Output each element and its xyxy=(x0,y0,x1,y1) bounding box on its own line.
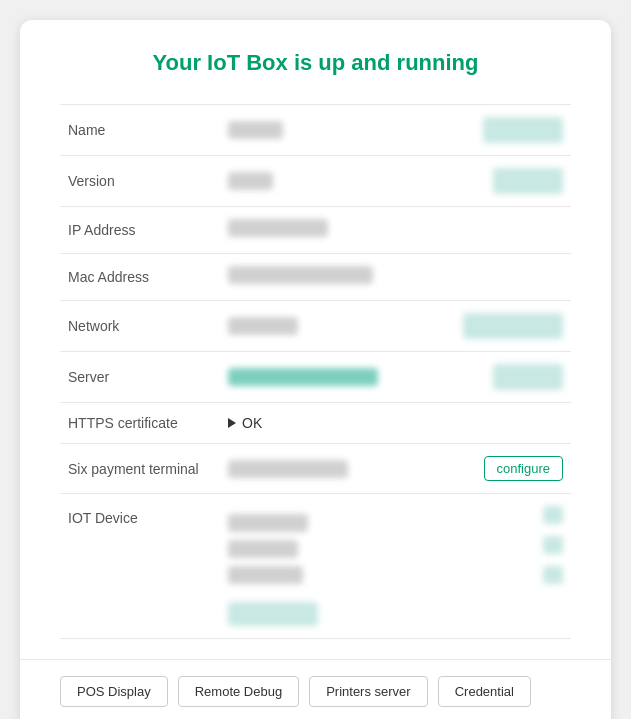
https-status: OK xyxy=(242,415,262,431)
mac-row: Mac Address xyxy=(60,254,571,301)
iot-icon-2 xyxy=(543,536,563,554)
server-value-blur xyxy=(228,368,378,386)
iot-value-cell xyxy=(220,494,571,639)
version-action-blur xyxy=(493,168,563,194)
iot-device-list xyxy=(228,506,318,626)
six-value-cell: configure xyxy=(220,444,571,494)
version-label: Version xyxy=(60,156,220,207)
configure-button[interactable]: configure xyxy=(484,456,563,481)
card-body: Your IoT Box is up and running Name Vers… xyxy=(20,20,611,659)
pos-display-button[interactable]: POS Display xyxy=(60,676,168,707)
https-row: HTTPS certificate OK xyxy=(60,403,571,444)
version-value-blur xyxy=(228,172,273,190)
iot-icons-column xyxy=(543,506,563,584)
network-value-cell xyxy=(220,301,571,352)
ip-value-cell xyxy=(220,207,571,254)
name-row: Name xyxy=(60,105,571,156)
iot-device-3 xyxy=(228,566,303,584)
network-label: Network xyxy=(60,301,220,352)
mac-label: Mac Address xyxy=(60,254,220,301)
printers-server-button[interactable]: Printers server xyxy=(309,676,428,707)
server-action-blur xyxy=(493,364,563,390)
ip-row: IP Address xyxy=(60,207,571,254)
name-action-blur xyxy=(483,117,563,143)
six-label: Six payment terminal xyxy=(60,444,220,494)
server-value-cell xyxy=(220,352,571,403)
server-row: Server xyxy=(60,352,571,403)
iot-device-row: IOT Device xyxy=(60,494,571,639)
footer-buttons: POS Display Remote Debug Printers server… xyxy=(20,659,611,719)
iot-device-2 xyxy=(228,540,298,558)
iot-icon-3 xyxy=(543,566,563,584)
iot-box-card: Your IoT Box is up and running Name Vers… xyxy=(20,20,611,719)
name-label: Name xyxy=(60,105,220,156)
network-action-blur xyxy=(463,313,563,339)
mac-value-cell xyxy=(220,254,571,301)
https-triangle-icon xyxy=(228,418,236,428)
six-value-blur xyxy=(228,460,348,478)
name-value-blur xyxy=(228,121,283,139)
six-payment-row: Six payment terminal configure xyxy=(60,444,571,494)
ip-label: IP Address xyxy=(60,207,220,254)
version-value-cell xyxy=(220,156,571,207)
mac-value-blur xyxy=(228,266,373,284)
iot-device-1 xyxy=(228,514,308,532)
version-row: Version xyxy=(60,156,571,207)
https-value-cell: OK xyxy=(220,403,571,444)
name-value-cell xyxy=(220,105,571,156)
remote-debug-button[interactable]: Remote Debug xyxy=(178,676,299,707)
network-value-blur xyxy=(228,317,298,335)
credential-button[interactable]: Credential xyxy=(438,676,531,707)
page-title: Your IoT Box is up and running xyxy=(60,50,571,76)
info-table: Name Version xyxy=(60,104,571,639)
iot-label: IOT Device xyxy=(60,494,220,639)
iot-icon-1 xyxy=(543,506,563,524)
network-row: Network xyxy=(60,301,571,352)
server-label: Server xyxy=(60,352,220,403)
https-label: HTTPS certificate xyxy=(60,403,220,444)
iot-bottom-btn-blur xyxy=(228,602,318,626)
ip-value-blur xyxy=(228,219,328,237)
